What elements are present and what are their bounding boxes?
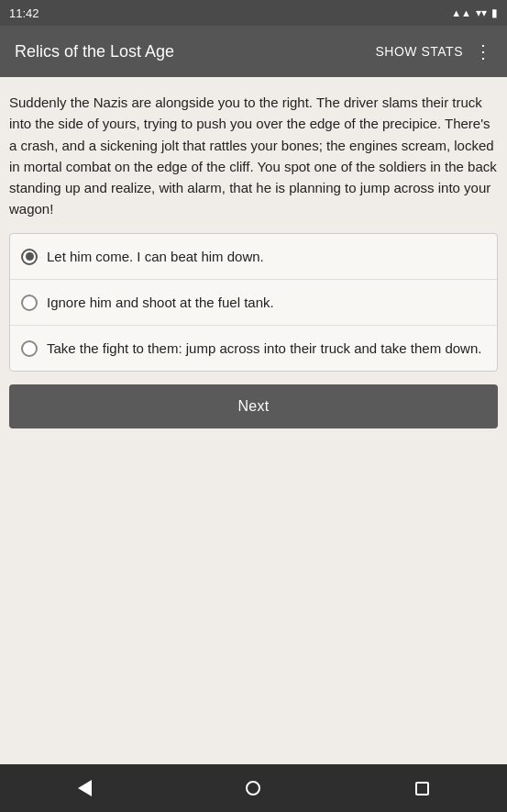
back-icon [78,780,92,796]
radio-option-1[interactable] [21,249,38,265]
next-button[interactable]: Next [9,384,498,428]
radio-option-3[interactable] [21,340,38,357]
recent-icon [415,782,429,795]
show-stats-button[interactable]: SHOW STATS [376,44,463,59]
nav-recent-button[interactable] [395,770,450,806]
bottom-nav [0,764,507,812]
status-icons: ▲▲ ▾▾ ▮ [451,6,498,19]
content-spacer [9,441,498,756]
option-2-label: Ignore him and shoot at the fuel tank. [47,293,274,312]
option-3-label: Take the fight to them: jump across into… [47,339,481,358]
home-icon [246,781,260,795]
more-options-icon[interactable]: ⋮ [474,40,492,62]
battery-icon: ▮ [491,6,498,19]
radio-option-2[interactable] [21,295,38,311]
option-2[interactable]: Ignore him and shoot at the fuel tank. [10,280,497,326]
wifi-icon: ▾▾ [476,6,487,19]
option-3[interactable]: Take the fight to them: jump across into… [10,326,497,371]
signal-icon: ▲▲ [451,7,471,18]
option-1[interactable]: Let him come. I can beat him down. [10,234,497,280]
status-time: 11:42 [9,6,39,20]
app-bar: Relics of the Lost Age SHOW STATS ⋮ [0,26,507,77]
options-container: Let him come. I can beat him down. Ignor… [9,233,498,372]
main-content: Suddenly the Nazis are alongside you to … [0,77,507,764]
nav-home-button[interactable] [226,770,281,806]
app-bar-actions: SHOW STATS ⋮ [376,40,492,62]
status-time-area: 11:42 [9,6,39,20]
status-bar: 11:42 ▲▲ ▾▾ ▮ [0,0,507,26]
story-text: Suddenly the Nazis are alongside you to … [9,92,498,220]
app-title: Relics of the Lost Age [15,42,174,61]
option-1-label: Let him come. I can beat him down. [47,247,264,266]
nav-back-button[interactable] [57,770,112,806]
